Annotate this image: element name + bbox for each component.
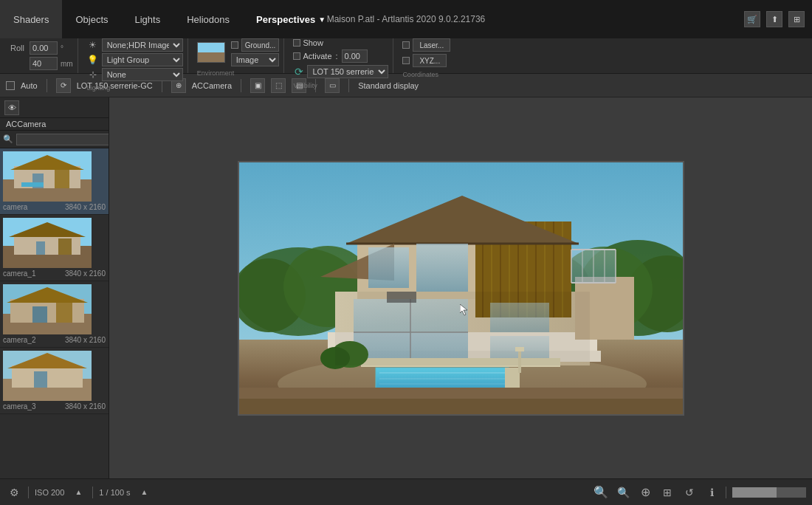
env-right: Ground... Image — [231, 38, 280, 66]
auto-label: Auto — [21, 81, 38, 90]
fraction-up-icon[interactable]: ▲ — [137, 484, 153, 501]
house-render — [239, 162, 683, 414]
display-label: Standard display — [358, 81, 419, 90]
lightbulb-icon: 💡 — [87, 54, 99, 66]
show-checkbox[interactable] — [293, 39, 300, 47]
camera-item-2[interactable]: camera_2 3840 x 2160 — [0, 281, 109, 348]
menu-lights[interactable]: Lights — [122, 0, 174, 38]
canvas-area — [109, 97, 812, 478]
sidebar-camera-name: ACCamera — [0, 118, 109, 131]
lighting-label: Lighting — [87, 83, 111, 92]
height-row: mm — [10, 57, 73, 70]
svg-rect-17 — [32, 306, 47, 323]
roll-input[interactable] — [30, 41, 58, 55]
hdr-row: ☀ None;HDR Image — [87, 38, 183, 52]
camera-name-1: camera_1 — [3, 269, 35, 278]
none-row: ⊹ None — [87, 68, 183, 81]
progress-bar — [732, 487, 806, 498]
progress-fill — [732, 487, 777, 498]
hdr-select[interactable]: None;HDR Image — [102, 38, 183, 52]
show-label: Show — [303, 38, 323, 47]
separator5 — [348, 79, 349, 92]
camera-item-1[interactable]: camera_1 3840 x 2160 — [0, 215, 109, 281]
activate-input[interactable] — [342, 49, 368, 63]
show-row: Show — [293, 38, 323, 47]
menu-perspectives[interactable]: Perspectives ▼ — [243, 0, 339, 38]
xyz-checkbox[interactable] — [402, 57, 410, 64]
camera-item-3[interactable]: camera_3 3840 x 2160 — [0, 348, 109, 414]
menu-heliodons[interactable]: Heliodons — [173, 0, 243, 38]
search-icon: 🔍 — [3, 134, 13, 144]
camera-thumb-image-2 — [3, 284, 92, 334]
lot-select[interactable]: LOT 150 serrerie-G... — [307, 65, 388, 78]
menu-shaders[interactable]: Shaders — [0, 0, 62, 38]
camera-res-1: 3840 x 2160 — [65, 269, 106, 278]
coordinates-label: Coordinates — [402, 69, 438, 78]
layout-icon[interactable]: ⊞ — [788, 11, 805, 27]
camera-res-2: 3840 x 2160 — [65, 336, 106, 344]
bottom-sep3 — [726, 487, 726, 498]
svg-rect-12 — [58, 238, 72, 255]
svg-rect-18 — [56, 303, 72, 323]
menu-objects[interactable]: Objects — [62, 0, 121, 38]
roll-unit: ° — [61, 44, 63, 52]
zoom-out-icon[interactable]: 🔍 — [593, 484, 609, 501]
camera-thumb-image-0 — [3, 151, 92, 202]
export-icon[interactable]: ⬆ — [766, 11, 782, 27]
camera-info-0: camera 3840 x 2160 — [3, 203, 106, 211]
perspectives-dropdown-arrow: ▼ — [318, 16, 326, 24]
lighting-section: ☀ None;HDR Image 💡 Light Group ⊹ None Li… — [83, 38, 188, 73]
fit-icon[interactable]: ⊕ — [637, 484, 653, 501]
svg-rect-81 — [335, 292, 590, 365]
svg-rect-11 — [36, 241, 45, 255]
auto-checkbox[interactable] — [6, 81, 15, 90]
iso-label: ISO 200 — [35, 488, 64, 497]
ground-button[interactable]: Ground... — [241, 38, 280, 52]
lot-row: ⟳ LOT 150 serrerie-G... — [293, 65, 388, 78]
lot-icon: ⟳ — [293, 66, 305, 78]
refresh-icon[interactable]: ↺ — [681, 484, 698, 501]
separator3 — [241, 79, 241, 92]
laser-button[interactable]: Laser... — [413, 38, 450, 52]
lock-icon[interactable]: ⊞ — [659, 484, 675, 501]
xyz-button[interactable]: XYZ... — [413, 54, 447, 67]
display-icon[interactable]: ▭ — [325, 78, 340, 93]
laser-checkbox[interactable] — [402, 41, 410, 49]
eye-button[interactable]: 👁 — [4, 100, 19, 115]
window-title: Maison P.atl - Artlantis 2020 9.0.2.2173… — [327, 14, 486, 24]
sidebar-toolbar: 👁 — [0, 97, 109, 118]
none-select[interactable]: None — [102, 68, 183, 81]
sidebar-search-bar: 🔍 ▼ — [0, 131, 109, 148]
environment-section: Ground... Image Environment — [193, 38, 285, 73]
svg-rect-83 — [515, 347, 524, 351]
xyz-row: XYZ... — [402, 54, 447, 67]
ground-row: Ground... — [231, 38, 280, 52]
camera-thumb-0 — [3, 151, 92, 202]
image-row: Image — [231, 53, 280, 66]
ground-checkbox[interactable] — [231, 41, 238, 49]
main-content: 👁 ACCamera 🔍 ▼ — [0, 97, 812, 478]
image-select[interactable]: Image — [231, 53, 279, 66]
roll-inner: Roll ° mm — [10, 41, 73, 70]
lightgroup-row: 💡 Light Group — [87, 53, 183, 66]
separator1 — [47, 79, 47, 92]
sidebar-search-input[interactable] — [16, 134, 109, 145]
view-icon2[interactable]: ⬚ — [271, 78, 286, 93]
camera-info-2: camera_2 3840 x 2160 — [3, 336, 106, 344]
info-icon[interactable]: ℹ — [703, 484, 720, 501]
zoom-in-icon[interactable]: 🔍 — [615, 484, 631, 501]
bottom-sep1 — [28, 487, 29, 498]
view-icon1[interactable]: ▣ — [250, 78, 265, 93]
height-unit: mm — [61, 60, 73, 68]
sun-icon: ☀ — [87, 39, 99, 51]
camera-item-0[interactable]: camera 3840 x 2160 — [0, 148, 109, 215]
lightgroup-select[interactable]: Light Group — [102, 53, 183, 66]
height-input[interactable] — [30, 57, 58, 70]
viewport[interactable] — [238, 161, 684, 416]
activate-checkbox[interactable] — [293, 52, 300, 60]
scene-icon[interactable]: ⟳ — [56, 78, 71, 93]
iso-up-icon[interactable]: ▲ — [70, 484, 86, 501]
cart-icon[interactable]: 🛒 — [744, 11, 760, 27]
svg-rect-80 — [239, 399, 683, 414]
settings-bottom-icon[interactable]: ⚙ — [6, 484, 22, 501]
